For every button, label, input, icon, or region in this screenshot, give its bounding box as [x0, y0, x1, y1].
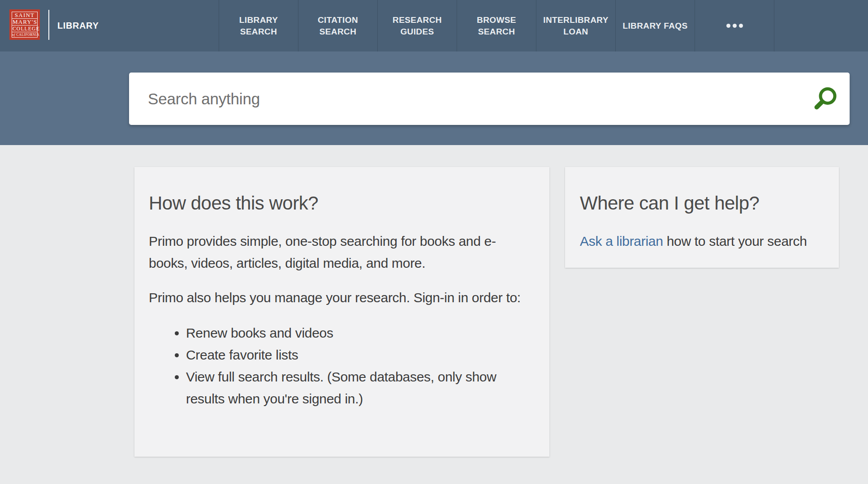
college-logo-inner: SAINT MARY'S COLLEGE of CALIFORNIA	[12, 12, 38, 38]
list-item: Renew books and videos	[186, 322, 523, 344]
logo-tagline-of: of	[12, 33, 15, 37]
how-paragraph-1: Primo provides simple, one-stop searchin…	[149, 230, 523, 274]
how-paragraph-2: Primo also helps you manage your researc…	[149, 287, 523, 308]
how-it-works-card: How does this work? Primo provides simpl…	[134, 167, 549, 457]
nav-item-citation-search[interactable]: CITATION SEARCH	[298, 0, 377, 51]
logo-tagline-state: CALIFORNIA	[17, 33, 39, 37]
get-help-card: Where can I get help? Ask a librarian ho…	[565, 167, 839, 268]
how-it-works-title: How does this work?	[149, 192, 523, 215]
ellipsis-icon	[733, 24, 737, 28]
nav-item-research-guides[interactable]: RESEARCH GUIDES	[377, 0, 457, 51]
nav-item-library-search[interactable]: LIBRARY SEARCH	[219, 0, 298, 51]
list-item: View full search results. (Some database…	[186, 366, 523, 410]
top-nav-bar: SAINT MARY'S COLLEGE of CALIFORNIA LIBRA…	[0, 0, 868, 51]
list-item: Create favorite lists	[186, 344, 523, 366]
nav-item-interlibrary-loan[interactable]: INTERLIBRARY LOAN	[536, 0, 615, 51]
college-logo[interactable]: SAINT MARY'S COLLEGE of CALIFORNIA	[9, 9, 40, 40]
search-box	[129, 73, 850, 125]
ellipsis-icon	[739, 24, 743, 28]
logo-line-college: COLLEGE	[12, 26, 37, 32]
signin-benefits-list: Renew books and videos Create favorite l…	[149, 322, 523, 410]
nav-item-library-faqs[interactable]: LIBRARY FAQS	[615, 0, 695, 51]
search-band	[0, 51, 868, 145]
brand-divider	[48, 10, 49, 40]
get-help-suffix: how to start your search	[663, 234, 807, 248]
logo-line-marys: MARY'S	[12, 19, 37, 26]
search-icon	[812, 86, 838, 112]
main-nav-menu: LIBRARY SEARCH CITATION SEARCH RESEARCH …	[219, 0, 774, 51]
search-input[interactable]	[129, 73, 850, 125]
logo-line-saint: SAINT	[12, 12, 37, 19]
ask-librarian-link[interactable]: Ask a librarian	[580, 234, 663, 248]
ellipsis-icon	[726, 24, 730, 28]
nav-item-browse-search[interactable]: BROWSE SEARCH	[457, 0, 536, 51]
brand-name: LIBRARY	[57, 0, 99, 51]
get-help-title: Where can I get help?	[580, 192, 824, 215]
logo-tagline: of CALIFORNIA	[12, 32, 37, 37]
search-button[interactable]	[812, 86, 838, 112]
get-help-text: Ask a librarian how to start your search	[580, 230, 824, 252]
nav-more-button[interactable]	[695, 0, 774, 51]
